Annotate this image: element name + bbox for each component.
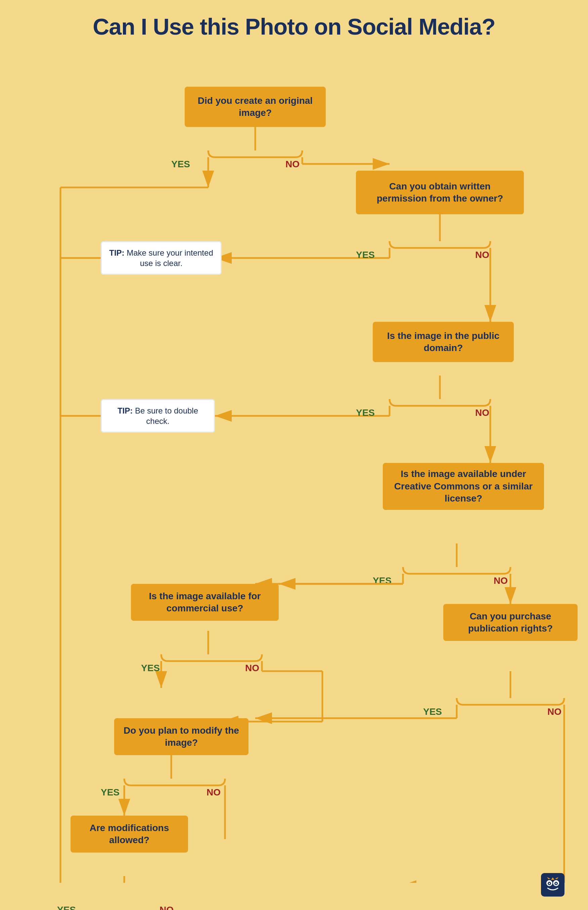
question-3: Is the image in the public domain?: [373, 322, 514, 362]
q3-no-label: NO: [475, 407, 489, 418]
q6-no-label: NO: [548, 706, 562, 717]
q7-yes-label: YES: [101, 787, 120, 798]
q7-no-label: NO: [207, 787, 221, 798]
q5-no-label: NO: [245, 663, 259, 674]
owl-icon: [541, 873, 564, 897]
q8-no-label: NO: [160, 905, 174, 910]
q2-no-label: NO: [475, 250, 489, 260]
question-5: Is the image available for commercial us…: [131, 584, 279, 621]
q4-yes-label: YES: [373, 575, 391, 586]
q5-yes-label: YES: [141, 663, 160, 674]
question-6: Can you purchase publication rights?: [443, 604, 578, 641]
q1-no-label: NO: [286, 159, 300, 170]
svg-point-52: [549, 883, 550, 884]
svg-rect-47: [541, 873, 564, 897]
question-7: Do you plan to modify the image?: [114, 718, 249, 755]
question-2: Can you obtain written permission from t…: [356, 171, 524, 214]
q8-yes-label: YES: [57, 905, 76, 910]
question-8: Are modifications allowed?: [71, 816, 188, 853]
q4-no-label: NO: [494, 575, 508, 586]
q3-yes-label: YES: [356, 407, 375, 418]
hootsuite-logo: [541, 873, 564, 897]
question-4: Is the image available under Creative Co…: [383, 463, 544, 510]
tip-2: TIP: Be sure to double check.: [101, 399, 215, 433]
tip-1: TIP: Make sure your intented use is clea…: [101, 241, 221, 275]
svg-point-53: [556, 883, 557, 884]
q6-yes-label: YES: [423, 706, 442, 717]
q2-yes-label: YES: [356, 250, 375, 260]
page-container: Can I Use this Photo on Social Media?: [0, 0, 588, 910]
question-1: Did you create an original image?: [185, 87, 326, 127]
page-title: Can I Use this Photo on Social Media?: [20, 13, 568, 40]
flowchart: Did you create an original image? YES NO…: [20, 60, 568, 883]
q1-yes-label: YES: [171, 159, 190, 170]
